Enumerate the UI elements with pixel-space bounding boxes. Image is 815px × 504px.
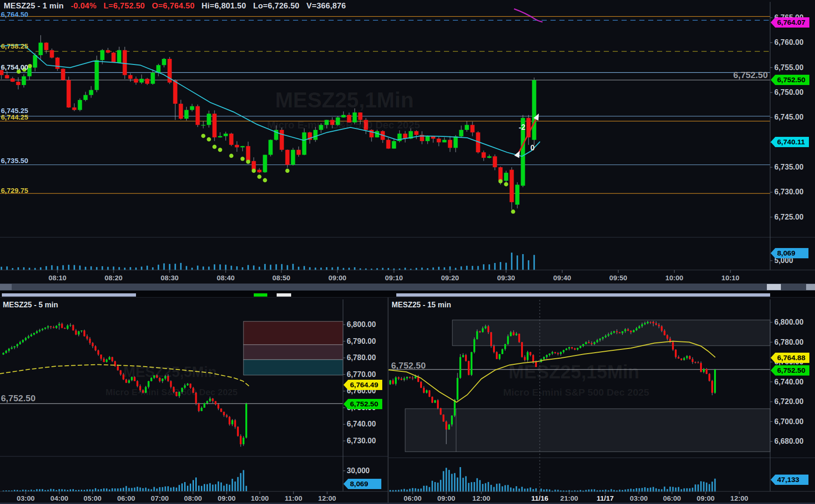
- scrollbar-thumb[interactable]: [767, 284, 781, 290]
- scrollbar-thumb[interactable]: [0, 284, 12, 290]
- strip-segment: [254, 293, 267, 297]
- strip-segment: [396, 293, 770, 297]
- charts-canvas[interactable]: [0, 0, 815, 504]
- strip-segment: [2, 293, 136, 297]
- strip-segment: [277, 293, 291, 297]
- scrollbar-thumb[interactable]: [806, 284, 815, 290]
- trading-workspace: MESZ25 - 1 min-0.04%L=6,752.50O=6,764.50…: [0, 0, 815, 504]
